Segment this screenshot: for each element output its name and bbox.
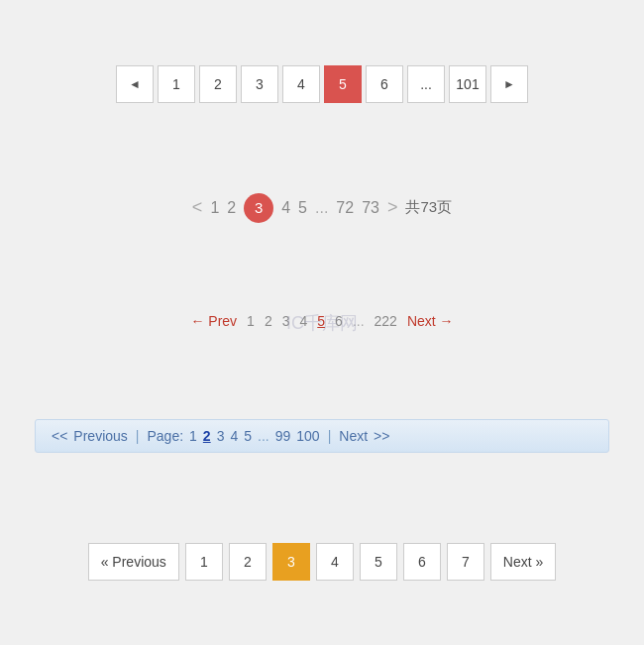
page-btn-4-100[interactable]: 100 xyxy=(296,428,319,444)
next-dbl-arrow-4[interactable]: >> xyxy=(374,428,389,444)
page-btn-2-2[interactable]: 2 xyxy=(227,199,236,217)
ellipsis-3: ... xyxy=(353,313,365,329)
page-btn-1-2[interactable]: 2 xyxy=(199,65,237,103)
next-button-1[interactable]: ► xyxy=(490,65,528,103)
page-btn-1-4[interactable]: 4 xyxy=(282,65,320,103)
page-btn-3-3[interactable]: 3 xyxy=(282,313,290,329)
prev-text-4[interactable]: Previous xyxy=(73,428,127,444)
page-btn-5-5[interactable]: 5 xyxy=(360,543,397,581)
page-btn-3-6[interactable]: 6 xyxy=(335,313,343,329)
page-btn-5-2[interactable]: 2 xyxy=(229,543,267,581)
next-link-3[interactable]: Next → xyxy=(407,313,454,329)
page-btn-5-3[interactable]: 3 xyxy=(272,543,310,581)
pagination-1: ◄ 1 2 3 4 5 6 ... 101 ► xyxy=(116,65,528,103)
page-btn-1-1[interactable]: 1 xyxy=(158,65,195,103)
page-btn-2-4[interactable]: 4 xyxy=(281,199,290,217)
separator-4b: | xyxy=(328,428,332,444)
page-btn-4-99[interactable]: 99 xyxy=(275,428,291,444)
prev-link-3[interactable]: ← Prev xyxy=(190,313,237,329)
page-btn-4-1[interactable]: 1 xyxy=(189,428,197,444)
pagination-4: << Previous | Page: 1 2 3 4 5 ... 99 100… xyxy=(35,419,609,453)
page-btn-1-3[interactable]: 3 xyxy=(241,65,278,103)
page-btn-3-5[interactable]: 5 xyxy=(317,313,325,329)
page-btn-2-73[interactable]: 73 xyxy=(362,199,379,217)
page-btn-1-101[interactable]: 101 xyxy=(449,65,486,103)
page-label-4: Page: xyxy=(147,428,183,444)
page-btn-5-6[interactable]: 6 xyxy=(403,543,441,581)
page-btn-1-5[interactable]: 5 xyxy=(324,65,362,103)
page-btn-3-1[interactable]: 1 xyxy=(247,313,255,329)
prev-arrow-2[interactable]: < xyxy=(192,197,203,218)
page-btn-3-4[interactable]: 4 xyxy=(299,313,307,329)
page-btn-3-2[interactable]: 2 xyxy=(265,313,272,329)
page-btn-2-72[interactable]: 72 xyxy=(336,199,354,217)
next-text-4[interactable]: Next xyxy=(339,428,368,444)
pagination-5: « Previous 1 2 3 4 5 6 7 Next » xyxy=(88,543,557,581)
pagination-3: ← Prev 1 2 3 4 5 6 ... 222 Next → xyxy=(190,313,453,329)
page-btn-5-4[interactable]: 4 xyxy=(316,543,354,581)
page-btn-3-222[interactable]: 222 xyxy=(375,313,397,329)
page-btn-5-7[interactable]: 7 xyxy=(447,543,484,581)
page-btn-4-5[interactable]: 5 xyxy=(244,428,252,444)
total-label-2: 共73页 xyxy=(405,198,452,217)
page-btn-4-2[interactable]: 2 xyxy=(203,428,211,444)
separator-4a: | xyxy=(136,428,140,444)
page-btn-1-6[interactable]: 6 xyxy=(366,65,403,103)
prev-button-5[interactable]: « Previous xyxy=(88,543,179,581)
page-btn-2-3[interactable]: 3 xyxy=(244,193,273,223)
page-btn-1-ellipsis: ... xyxy=(407,65,445,103)
prev-button-1[interactable]: ◄ xyxy=(116,65,154,103)
page-btn-4-4[interactable]: 4 xyxy=(230,428,238,444)
prev-dbl-arrow-4[interactable]: << xyxy=(52,428,67,444)
pagination-2: < 1 2 3 4 5 ... 72 73 > 共73页 xyxy=(192,193,452,223)
page-btn-4-3[interactable]: 3 xyxy=(217,428,225,444)
next-arrow-2[interactable]: > xyxy=(387,197,398,218)
next-button-5[interactable]: Next » xyxy=(490,543,556,581)
page-btn-2-5[interactable]: 5 xyxy=(298,199,307,217)
ellipsis-4: ... xyxy=(258,428,269,444)
page-btn-2-1[interactable]: 1 xyxy=(210,199,219,217)
ellipsis-2: ... xyxy=(315,199,328,217)
page-btn-5-1[interactable]: 1 xyxy=(185,543,223,581)
